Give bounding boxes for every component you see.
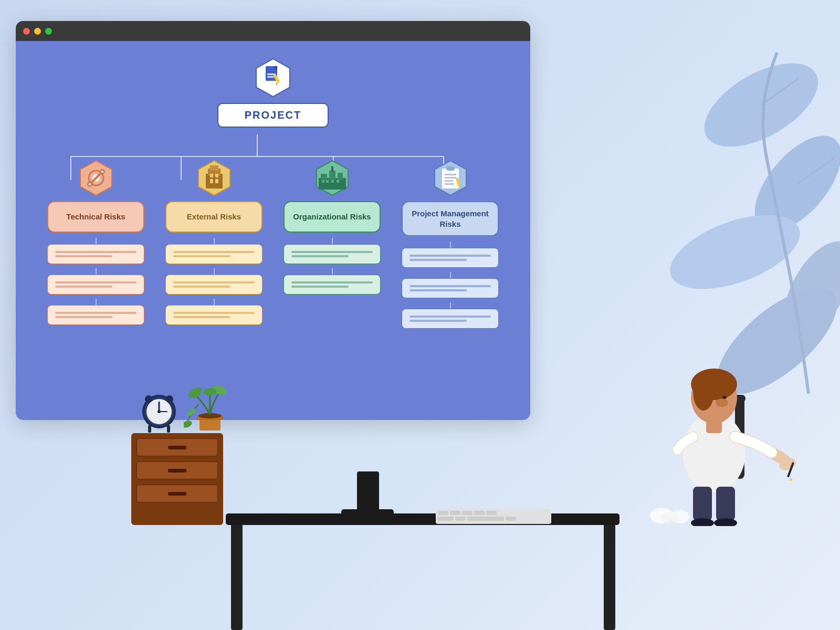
project-label: PROJECT xyxy=(217,103,329,128)
svg-point-63 xyxy=(166,395,173,403)
svg-rect-33 xyxy=(215,179,218,183)
svg-point-100 xyxy=(661,512,678,524)
technical-risks-label: Technical Risks xyxy=(47,201,144,233)
category-external: External Risks xyxy=(162,159,267,329)
pm-sub-2 xyxy=(402,278,499,298)
minimize-button[interactable] xyxy=(34,28,41,35)
svg-rect-44 xyxy=(331,180,334,183)
project-hex-icon xyxy=(252,57,294,99)
svg-rect-43 xyxy=(326,180,329,183)
svg-rect-93 xyxy=(706,420,722,433)
dresser-drawer-3 xyxy=(136,485,218,502)
technical-sub-2 xyxy=(47,275,144,295)
technical-sub-3 xyxy=(47,305,144,325)
person-figure xyxy=(609,300,808,526)
svg-rect-52 xyxy=(445,183,454,185)
pm-hex-icon xyxy=(432,159,469,197)
category-pm: Project Management Risks xyxy=(398,159,503,333)
organizational-risks-label: Organizational Risks xyxy=(284,201,381,233)
project-root: PROJECT xyxy=(37,57,509,128)
svg-rect-77 xyxy=(486,511,497,515)
svg-rect-41 xyxy=(331,166,333,172)
svg-rect-81 xyxy=(506,517,516,521)
svg-rect-73 xyxy=(438,511,448,515)
external-risks-label: External Risks xyxy=(165,201,262,233)
external-sub-3 xyxy=(165,305,262,325)
monitor-stand xyxy=(357,471,379,513)
svg-rect-39 xyxy=(329,171,335,180)
desk-leg-left xyxy=(231,524,243,630)
dresser-drawer-1 xyxy=(136,438,218,456)
svg-point-92 xyxy=(722,396,727,399)
dresser xyxy=(131,433,223,525)
desk-surface xyxy=(226,513,620,525)
svg-rect-31 xyxy=(210,165,218,171)
svg-point-67 xyxy=(187,385,204,400)
svg-point-62 xyxy=(145,395,152,403)
svg-rect-50 xyxy=(445,177,456,178)
pm-sub-3 xyxy=(402,309,499,329)
svg-rect-51 xyxy=(445,180,453,182)
dresser-handle-2 xyxy=(168,469,186,472)
organizational-hex-icon xyxy=(313,159,351,197)
external-hex-icon xyxy=(195,159,233,197)
window-titlebar xyxy=(16,21,530,41)
category-organizational: Organizational Risks xyxy=(280,159,385,299)
maximize-button[interactable] xyxy=(45,28,52,35)
pm-risks-label: Project Management Risks xyxy=(402,201,499,236)
svg-rect-49 xyxy=(445,174,456,175)
technical-sub-1 xyxy=(47,244,144,264)
svg-rect-54 xyxy=(148,425,151,433)
category-technical: Technical Risks xyxy=(44,159,149,329)
svg-rect-55 xyxy=(167,425,170,433)
categories-row: Technical Risks xyxy=(37,159,509,333)
svg-point-70 xyxy=(184,419,193,429)
organizational-sub-1 xyxy=(284,244,381,264)
svg-rect-11 xyxy=(267,76,274,78)
keyboard xyxy=(436,509,551,525)
close-button[interactable] xyxy=(23,28,30,35)
svg-rect-45 xyxy=(337,180,339,183)
svg-point-26 xyxy=(89,183,91,185)
svg-point-61 xyxy=(158,410,161,413)
svg-rect-38 xyxy=(321,174,327,180)
technical-hex-icon xyxy=(77,159,115,197)
dresser-handle-3 xyxy=(168,492,186,496)
dresser-drawer-2 xyxy=(136,461,218,479)
svg-rect-29 xyxy=(206,174,223,188)
desk-leg-right xyxy=(604,524,615,630)
svg-rect-42 xyxy=(322,180,324,183)
svg-rect-80 xyxy=(467,517,504,521)
svg-rect-78 xyxy=(438,517,454,521)
svg-rect-95 xyxy=(716,487,735,521)
clock xyxy=(141,394,177,436)
organizational-sub-2 xyxy=(284,275,381,295)
svg-rect-10 xyxy=(267,74,276,75)
dresser-handle-1 xyxy=(168,446,186,449)
window-content: PROJECT xyxy=(16,41,530,420)
external-sub-2 xyxy=(165,275,262,295)
svg-rect-32 xyxy=(210,179,213,183)
external-sub-1 xyxy=(165,244,262,264)
svg-rect-48 xyxy=(446,166,455,171)
svg-point-91 xyxy=(716,398,728,407)
svg-point-27 xyxy=(101,171,103,173)
monitor-base xyxy=(341,509,394,516)
svg-point-90 xyxy=(693,374,714,411)
plant xyxy=(184,378,236,436)
svg-marker-87 xyxy=(789,477,793,482)
svg-rect-75 xyxy=(462,511,472,515)
window-frame: PROJECT xyxy=(16,21,530,420)
svg-rect-94 xyxy=(693,487,712,521)
pm-sub-1 xyxy=(402,248,499,268)
svg-rect-76 xyxy=(474,511,485,515)
svg-rect-74 xyxy=(450,511,460,515)
svg-rect-40 xyxy=(338,173,343,180)
svg-rect-34 xyxy=(210,174,213,177)
svg-rect-35 xyxy=(215,174,218,177)
svg-rect-79 xyxy=(455,517,466,521)
main-scene: PROJECT xyxy=(0,0,840,630)
